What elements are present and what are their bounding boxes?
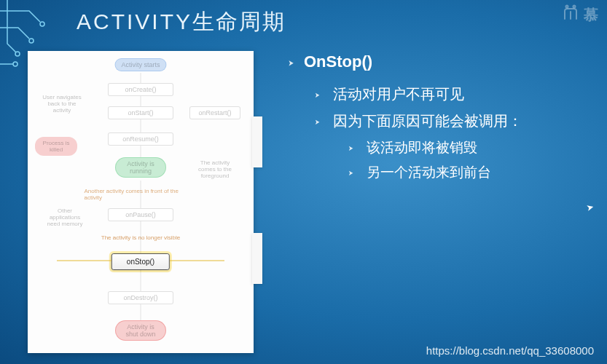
content-area: OnStop() 活动对用户不再可见 因为下面原因可能会被调用： 该活动即将被销… <box>288 52 592 188</box>
node-process-killed: Process is killed <box>35 137 77 156</box>
title-english: ACTIVITY <box>77 9 192 33</box>
label-no-longer-visible: The activity is no longer visible <box>101 234 181 241</box>
logo-icon <box>562 4 579 25</box>
node-activity-starts: Activity starts <box>114 58 166 71</box>
node-oncreate: onCreate() <box>108 83 173 96</box>
label-comes-foreground: The activity comes to the foreground <box>187 157 243 181</box>
brand-logo: 慕 <box>562 4 598 25</box>
slide: ACTIVITY生命周期 慕 Activity starts onCreate(… <box>0 0 607 364</box>
node-onstop-highlighted: onStop() <box>111 253 170 270</box>
logo-text: 慕 <box>584 5 598 25</box>
svg-point-3 <box>15 52 20 56</box>
point-another-foreground: 另一个活动来到前台 <box>348 163 592 182</box>
svg-point-1 <box>29 39 34 43</box>
node-onstart: onStart() <box>108 106 173 119</box>
point-not-visible: 活动对用户不再可见 <box>314 84 592 104</box>
label-nav-back: User navigates back to the activity <box>36 92 87 116</box>
label-need-memory: Other applications need memory <box>36 205 93 229</box>
svg-point-0 <box>40 22 44 26</box>
point-destroyed: 该活动即将被销毁 <box>348 138 592 157</box>
node-onrestart: onRestart() <box>189 106 240 119</box>
mouse-cursor-icon: ➤ <box>585 202 595 213</box>
svg-point-5 <box>573 6 576 8</box>
svg-point-2 <box>13 62 17 66</box>
slide-title: ACTIVITY生命周期 <box>77 7 286 37</box>
title-chinese: 生命周期 <box>192 9 286 33</box>
node-ondestroy: onDestroy() <box>108 291 173 304</box>
svg-point-4 <box>566 6 568 8</box>
label-another-activity: Another activity comes in front of the a… <box>85 188 197 201</box>
node-shutdown: Activity is shut down <box>115 320 166 341</box>
node-running: Activity is running <box>115 157 166 178</box>
heading-onstop: OnStop() <box>288 52 592 71</box>
lifecycle-diagram-panel: Activity starts onCreate() User navigate… <box>28 51 254 353</box>
node-onpause: onPause() <box>108 208 173 221</box>
node-onresume: onResume() <box>108 132 173 146</box>
lifecycle-diagram: Activity starts onCreate() User navigate… <box>28 51 254 353</box>
watermark-url: https://blog.csdn.net/qq_33608000 <box>426 344 594 357</box>
point-reasons: 因为下面原因可能会被调用： <box>314 111 592 131</box>
